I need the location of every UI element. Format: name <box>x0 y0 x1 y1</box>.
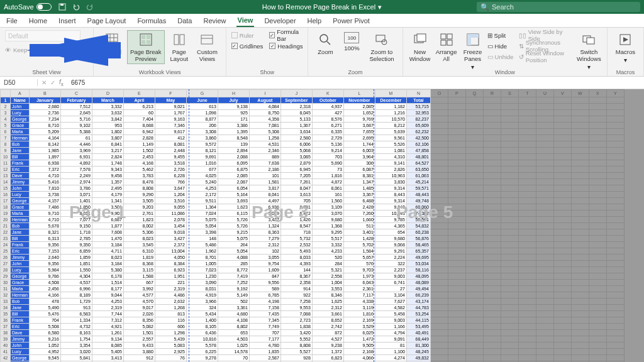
svg-rect-8 <box>142 35 145 39</box>
page-break-preview-button[interactable]: Page Break Preview <box>127 30 165 64</box>
ribbon-tabs: FileHomeInsertPage LayoutFormulasDataRev… <box>0 14 644 28</box>
ruler-checkbox: Ruler <box>231 30 264 40</box>
redo-icon[interactable] <box>86 3 94 11</box>
svg-point-16 <box>320 35 328 42</box>
search-icon: 🔍 <box>480 3 489 11</box>
svg-line-17 <box>327 41 330 45</box>
fx-icon[interactable]: fx <box>59 79 64 87</box>
cancel-icon[interactable]: ✕ <box>42 79 47 86</box>
tab-file[interactable]: File <box>5 15 19 26</box>
svg-rect-11 <box>147 40 150 44</box>
headings-checkbox[interactable]: ✓Headings <box>269 41 303 51</box>
svg-rect-9 <box>147 35 150 39</box>
spreadsheet-grid[interactable]: ABCDEFGHIJKLMNOPQRSTUVWXY1NameJanuaryFeb… <box>0 89 625 362</box>
enter-icon[interactable]: ✓ <box>50 79 55 86</box>
unhide-button: ▭ Unhide <box>487 52 514 62</box>
switch-off-icon <box>36 3 52 11</box>
undo-icon[interactable] <box>72 3 80 11</box>
svg-point-19 <box>382 40 387 45</box>
formula-bar[interactable]: 6675 <box>67 79 644 86</box>
name-box[interactable]: D50 <box>0 79 38 86</box>
svg-rect-18 <box>376 35 385 41</box>
tab-data[interactable]: Data <box>176 15 193 26</box>
gridlines-checkbox[interactable]: ✓Gridlines <box>231 41 264 51</box>
page-layout-button[interactable]: Page Layout <box>167 30 192 64</box>
split-button[interactable]: ⊞ Split <box>487 30 514 40</box>
tab-insert[interactable]: Insert <box>57 15 77 26</box>
tab-home[interactable]: Home <box>28 15 48 26</box>
autosave-label: AutoSave <box>4 3 34 11</box>
svg-rect-1 <box>60 4 64 6</box>
svg-rect-24 <box>441 40 446 45</box>
zoom-100-button[interactable]: 100100% <box>340 30 364 53</box>
svg-rect-30 <box>587 38 594 44</box>
tab-developer[interactable]: Developer <box>263 15 297 26</box>
svg-rect-28 <box>467 34 479 38</box>
switch-windows-button[interactable]: Switch Windows ▾ <box>576 30 602 72</box>
svg-rect-10 <box>142 40 145 44</box>
new-window-button[interactable]: New Window <box>408 30 432 64</box>
svg-rect-21 <box>417 34 426 41</box>
reset-window-button: ↺ Reset Window Position <box>519 52 574 62</box>
arrange-all-button[interactable]: Arrange All <box>435 30 458 64</box>
custom-views-button[interactable]: Custom Views <box>194 30 221 64</box>
svg-marker-32 <box>623 37 628 42</box>
zoom-to-selection-button[interactable]: Zoom to Selection <box>366 30 397 64</box>
freeze-panes-button[interactable]: Freeze Panes ▾ <box>461 30 485 72</box>
tab-page-layout[interactable]: Page Layout <box>86 15 128 26</box>
document-title[interactable]: How to Remove Page Break in Excel ▾ <box>262 3 382 11</box>
zoom-button[interactable]: Zoom <box>313 30 337 57</box>
svg-rect-12 <box>174 35 179 45</box>
svg-rect-25 <box>447 40 452 45</box>
tab-review[interactable]: Review <box>202 15 227 26</box>
tab-formulas[interactable]: Formulas <box>136 15 167 26</box>
save-icon[interactable] <box>58 3 67 11</box>
tab-power-pivot[interactable]: Power Pivot <box>331 15 371 26</box>
tab-help[interactable]: Help <box>306 15 323 26</box>
callout-arrow-icon <box>26 35 121 66</box>
search-input[interactable]: 🔍 Search <box>477 2 640 12</box>
autosave-toggle[interactable]: AutoSave <box>4 3 52 11</box>
hide-button[interactable]: ▭ Hide <box>487 41 514 51</box>
chevron-down-icon: ▾ <box>378 3 382 11</box>
svg-rect-14 <box>201 35 213 44</box>
svg-rect-13 <box>180 35 184 45</box>
svg-rect-23 <box>447 34 452 39</box>
tab-view[interactable]: View <box>236 14 255 27</box>
formula-bar-checkbox[interactable]: ✓Formula Bar <box>269 30 303 40</box>
macros-button[interactable]: Macros ▾ <box>613 30 638 65</box>
svg-rect-22 <box>441 34 446 39</box>
keep-button[interactable]: 👁 Keep <box>5 45 27 55</box>
